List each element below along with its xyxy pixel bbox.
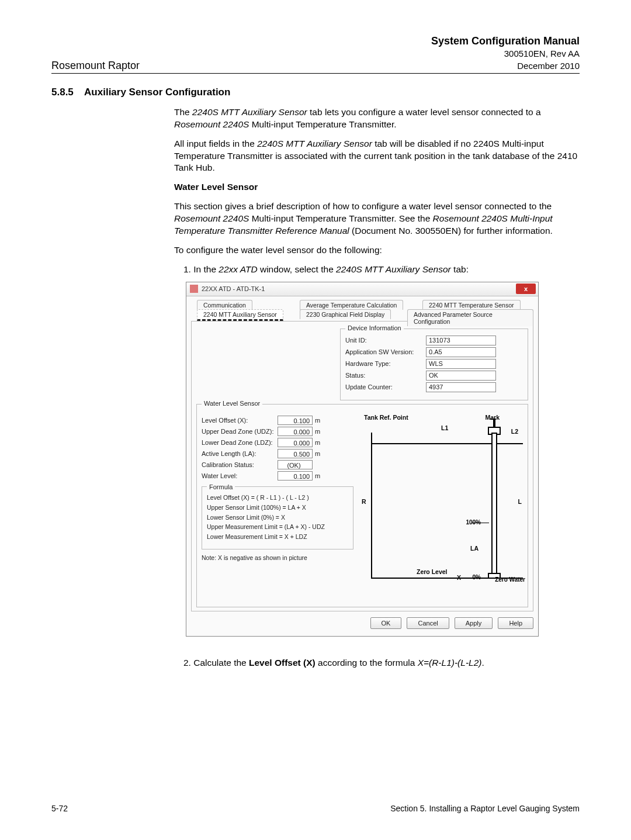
label-tank-ref-point: Tank Ref. Point	[364, 414, 408, 421]
tab-strip: Communication Average Temperature Calcul…	[191, 300, 533, 321]
label-100: 100%	[466, 519, 481, 526]
titlebar: 22XX ATD - ATD-TK-1 x	[186, 282, 538, 296]
wls-fields: Level Offset (X):0.100m Upper Dead Zone …	[202, 414, 353, 601]
value-unit-id: 131073	[426, 336, 496, 345]
value-app-sw: 0.A5	[426, 347, 496, 357]
para-2: All input fields in the 2240S MTT Auxili…	[174, 138, 580, 175]
label-zero-level: Zero Level	[417, 568, 448, 575]
step-2: 2. Calculate the Level Offset (X) accord…	[183, 658, 580, 668]
probe-icon	[487, 419, 502, 579]
window-body: Communication Average Temperature Calcul…	[186, 296, 538, 636]
input-active-length[interactable]: 0.500	[278, 449, 313, 458]
wls-legend: Water Level Sensor	[202, 400, 262, 407]
formula-note: Note: X is negative as shown in picture	[202, 554, 353, 561]
value-water-level: 0.100	[278, 471, 313, 481]
subheading-water-level-sensor: Water Level Sensor	[174, 181, 580, 193]
value-cal-status: (OK)	[278, 460, 313, 469]
window-icon	[190, 285, 198, 293]
tab-adv-param-source[interactable]: Advanced Parameter Source Configuration	[407, 309, 533, 326]
label-la: LA	[470, 545, 479, 552]
formula-legend: Formula	[207, 482, 235, 493]
formula-line: Upper Sensor Limit (100%) = LA + X	[207, 503, 348, 513]
value-update-counter: 4937	[426, 382, 496, 392]
row-hardware-type: Hardware Type:WLS	[345, 359, 523, 369]
header-right: System Configuration Manual 300510EN, Re…	[431, 34, 580, 72]
device-information-group: Device Information Unit ID:131073 Applic…	[340, 329, 528, 400]
input-ldz[interactable]: 0.000	[278, 438, 313, 447]
row-app-sw-version: Application SW Version:0.A5	[345, 347, 523, 357]
tab-avg-temp-calc[interactable]: Average Temperature Calculation	[300, 300, 403, 310]
label-x: X	[457, 574, 461, 581]
label-zero-water: Zero Water	[495, 576, 525, 583]
tab-2230-gfd[interactable]: 2230 Graphical Field Display	[300, 309, 391, 319]
section-number: 5.8.5	[51, 87, 74, 98]
apply-button[interactable]: Apply	[455, 617, 493, 629]
section-title-text: Auxiliary Sensor Configuration	[84, 87, 230, 98]
formula-line: Lower Measurement Limit = X + LDZ	[207, 532, 348, 542]
tab-2240-mtt-temp-sensor[interactable]: 2240 MTT Temperature Sensor	[422, 300, 521, 310]
doc-rev: 300510EN, Rev AA	[431, 48, 580, 60]
doc-date: December 2010	[431, 60, 580, 72]
para-3: This section gives a brief description o…	[174, 201, 580, 237]
input-udz[interactable]: 0.000	[278, 427, 313, 436]
input-level-offset[interactable]: 0.100	[278, 416, 313, 425]
label-l2: L2	[511, 428, 518, 435]
label-l: L	[518, 498, 522, 505]
formula-line: Upper Measurement Limit = (LA + X) - UDZ	[207, 522, 348, 532]
formula-line: Lower Sensor Limit (0%) = X	[207, 513, 348, 523]
dialog-22xx-atd: 22XX ATD - ATD-TK-1 x Communication Aver…	[186, 282, 539, 637]
tab-panel: Device Information Unit ID:131073 Applic…	[191, 321, 533, 611]
formula-line: Level Offset (X) = ( R - L1 ) - ( L - L2…	[207, 493, 348, 503]
header-left: Rosemount Raptor	[51, 60, 140, 72]
label-r: R	[362, 498, 366, 505]
row-update-counter: Update Counter:4937	[345, 382, 523, 392]
ok-button[interactable]: OK	[370, 617, 402, 629]
formula-group: Formula Level Offset (X) = ( R - L1 ) - …	[202, 486, 353, 549]
label-l1: L1	[441, 424, 448, 431]
page-number: 5-72	[51, 804, 68, 813]
row-unit-id: Unit ID:131073	[345, 336, 523, 345]
cancel-button[interactable]: Cancel	[407, 617, 449, 629]
section-footer: Section 5. Installing a Raptor Level Gau…	[390, 804, 580, 813]
tab-2240-mtt-aux-sensor[interactable]: 2240 MTT Auxiliary Sensor	[197, 309, 283, 321]
value-status: OK	[426, 371, 496, 381]
water-level-sensor-group: Water Level Sensor Level Offset (X):0.10…	[196, 404, 528, 607]
help-button[interactable]: Help	[498, 617, 533, 629]
section-heading: 5.8.5 Auxiliary Sensor Configuration	[51, 87, 580, 98]
window-title: 22XX ATD - ATD-TK-1	[202, 285, 265, 292]
row-status: Status:OK	[345, 371, 523, 381]
device-info-legend: Device Information	[345, 324, 404, 331]
tab-communication[interactable]: Communication	[197, 300, 252, 310]
tank-diagram: Tank Ref. Point Mark L1 L2	[359, 414, 523, 601]
para-1: The 2240S MTT Auxiliary Sensor tab lets …	[174, 106, 580, 131]
manual-title: System Configuration Manual	[431, 34, 580, 48]
close-button[interactable]: x	[516, 284, 536, 294]
page-header: Rosemount Raptor System Configuration Ma…	[51, 34, 580, 74]
page-footer: 5-72 Section 5. Installing a Raptor Leve…	[51, 804, 580, 813]
para-4: To configure the water level sensor do t…	[174, 244, 580, 257]
dialog-buttons: OK Cancel Apply Help	[191, 611, 533, 630]
label-0: 0%	[473, 574, 481, 580]
step-1: 1. In the 22xx ATD window, select the 22…	[183, 264, 580, 276]
value-hw-type: WLS	[426, 359, 496, 369]
